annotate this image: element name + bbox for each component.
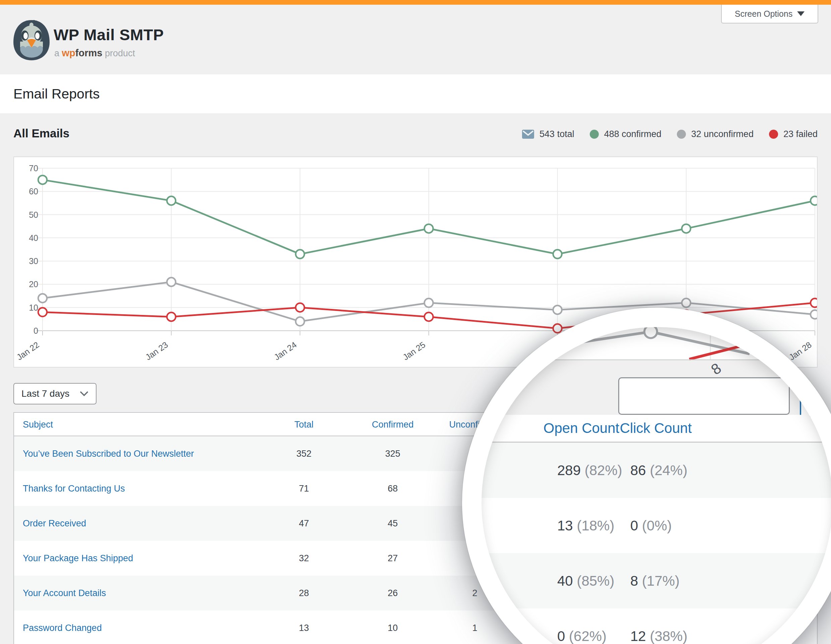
confirmed-cell: 26 <box>388 576 398 611</box>
brand-title: WP Mail SMTP <box>54 25 164 44</box>
magnified-table-header: Open Count Click Count <box>481 415 831 443</box>
section-title: All Emails <box>13 127 69 140</box>
subject-link[interactable]: Your Package Has Shipped <box>23 541 133 576</box>
svg-text:20: 20 <box>29 280 38 289</box>
legend-label: 32 unconfirmed <box>691 129 754 139</box>
top-accent-bar <box>0 0 831 5</box>
unconfirmed-cell: 1 <box>472 611 477 644</box>
dot-icon <box>590 130 599 139</box>
legend-label: 543 total <box>540 129 574 139</box>
click-count-header[interactable]: Click Count <box>620 415 692 442</box>
total-cell: 47 <box>299 506 309 541</box>
magnified-axis-label: 8 <box>708 359 724 378</box>
envelope-icon <box>522 130 534 139</box>
svg-text:10: 10 <box>29 303 38 312</box>
total-cell: 13 <box>299 611 309 644</box>
wp-mail-smtp-logo <box>12 18 51 62</box>
click-count-cell: 86 (24%) <box>630 443 687 498</box>
column-header-subject[interactable]: Subject <box>23 413 53 436</box>
dot-icon <box>677 130 686 139</box>
svg-text:Jan 24: Jan 24 <box>272 340 299 362</box>
magnified-table-row: 13 (18%)0 (0%) <box>481 498 831 553</box>
legend-item: 543 total <box>522 129 574 139</box>
column-header[interactable]: Total <box>294 413 313 436</box>
magnified-table-row: 40 (85%)8 (17%) <box>481 553 831 609</box>
svg-text:Jan 25: Jan 25 <box>401 340 427 362</box>
legend-item: 23 failed <box>769 129 818 139</box>
svg-text:40: 40 <box>29 233 38 243</box>
svg-text:70: 70 <box>29 164 38 173</box>
unconfirmed-cell: 2 <box>472 576 477 611</box>
subject-link[interactable]: Your Account Details <box>23 576 106 611</box>
magnified-rows: 289 (82%)86 (24%)13 (18%)0 (0%)40 (85%)8… <box>481 443 831 644</box>
svg-text:0: 0 <box>33 326 38 336</box>
brand-tagline: a wpforms product <box>54 48 135 59</box>
confirmed-cell: 325 <box>385 436 400 471</box>
magnified-search-input[interactable] <box>618 377 790 415</box>
confirmed-cell: 10 <box>388 611 398 644</box>
legend-label: 23 failed <box>783 129 818 139</box>
subject-link[interactable]: You’ve Been Subscribed to Our Newsletter <box>23 436 194 471</box>
total-cell: 28 <box>299 576 309 611</box>
chevron-down-icon <box>797 11 804 16</box>
click-count-cell: 0 (0%) <box>630 498 672 553</box>
magnified-search-button[interactable] <box>800 387 831 418</box>
open-count-cell: 289 (82%) <box>557 443 622 498</box>
click-count-cell: 12 (38%) <box>630 609 687 644</box>
chart-legend: 543 total488 confirmed32 unconfirmed23 f… <box>522 126 818 142</box>
date-range-value: Last 7 days <box>21 388 69 399</box>
screen-options-button[interactable]: Screen Options <box>721 5 818 24</box>
open-count-cell: 0 (62%) <box>557 609 607 644</box>
page-title-band: Email Reports <box>0 75 831 113</box>
open-count-cell: 13 (18%) <box>557 498 614 553</box>
confirmed-cell: 27 <box>388 541 398 576</box>
magnified-table-row: 0 (62%)12 (38%) <box>481 609 831 644</box>
page-title: Email Reports <box>13 75 100 113</box>
open-count-header[interactable]: Open Count <box>543 415 619 442</box>
tagline-wp: wp <box>62 48 75 58</box>
svg-text:30: 30 <box>29 256 38 266</box>
total-cell: 71 <box>299 471 309 506</box>
total-cell: 352 <box>296 436 311 471</box>
subject-link[interactable]: Order Received <box>23 506 86 541</box>
date-range-select[interactable]: Last 7 days <box>13 383 97 404</box>
tagline-a: a <box>54 48 59 58</box>
magnifier-content: 8 Open Count Click Count 289 (82%)86 (24… <box>481 327 831 644</box>
svg-text:60: 60 <box>29 187 38 196</box>
legend-item: 488 confirmed <box>590 129 661 139</box>
subject-link[interactable]: Password Changed <box>23 611 102 644</box>
confirmed-cell: 45 <box>388 506 398 541</box>
tagline-forms: forms <box>75 48 102 58</box>
chevron-down-icon <box>80 391 88 396</box>
svg-text:Jan 23: Jan 23 <box>143 340 170 362</box>
plugin-header: WP Mail SMTP a wpforms product <box>0 5 831 75</box>
dot-icon <box>769 130 778 139</box>
column-header[interactable]: Confirmed <box>372 413 414 436</box>
open-count-cell: 40 (85%) <box>557 553 614 609</box>
click-count-cell: 8 (17%) <box>630 553 680 609</box>
svg-text:50: 50 <box>29 210 38 219</box>
confirmed-cell: 68 <box>388 471 398 506</box>
screen-options-label: Screen Options <box>735 9 793 19</box>
total-cell: 32 <box>299 541 309 576</box>
legend-label: 488 confirmed <box>604 129 661 139</box>
svg-text:Jan 22: Jan 22 <box>15 340 41 362</box>
subject-link[interactable]: Thanks for Contacting Us <box>23 471 125 506</box>
svg-text:Jan 28: Jan 28 <box>787 340 813 362</box>
legend-item: 32 unconfirmed <box>677 129 754 139</box>
magnified-table-row: 289 (82%)86 (24%) <box>481 443 831 498</box>
tagline-product: product <box>105 48 135 58</box>
